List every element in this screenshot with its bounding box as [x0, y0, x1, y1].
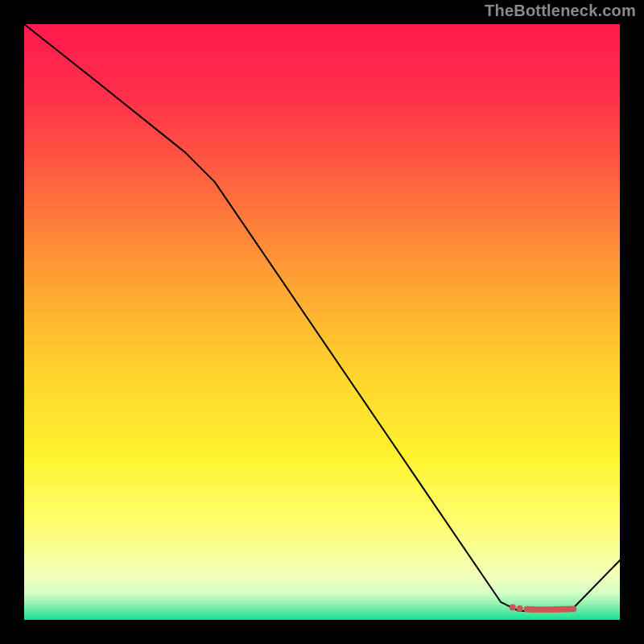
- chart-marker: [517, 605, 523, 612]
- chart-marker: [570, 606, 576, 613]
- watermark-text: TheBottleneck.com: [485, 2, 636, 20]
- chart-svg: [0, 0, 644, 644]
- chart-marker: [510, 604, 516, 610]
- chart-stage: TheBottleneck.com: [0, 0, 644, 644]
- chart-plot-background: [24, 24, 620, 620]
